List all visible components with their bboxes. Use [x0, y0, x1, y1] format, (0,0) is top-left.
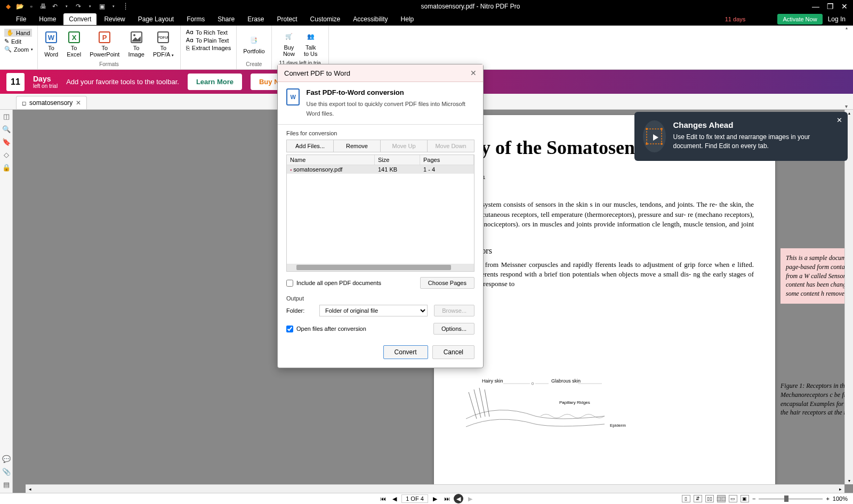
- layers-icon[interactable]: ▤: [2, 480, 11, 489]
- scroll-left-icon[interactable]: ◂: [26, 485, 34, 493]
- menu-home[interactable]: Home: [34, 13, 61, 25]
- next-page-button[interactable]: ▶: [430, 494, 440, 503]
- minimize-button[interactable]: —: [812, 2, 819, 11]
- view-presentation-button[interactable]: ▣: [741, 495, 749, 502]
- close-button[interactable]: ✕: [841, 2, 848, 11]
- svg-point-7: [133, 34, 135, 36]
- menu-file[interactable]: File: [11, 13, 31, 25]
- horizontal-scrollbar[interactable]: ◂ ▸: [26, 484, 844, 493]
- tab-menu-icon[interactable]: ▾: [845, 103, 848, 109]
- col-size-header[interactable]: Size: [375, 155, 420, 165]
- choose-pages-button[interactable]: Choose Pages: [420, 277, 474, 289]
- to-powerpoint-button[interactable]: PToPowerPoint: [87, 30, 122, 59]
- menu-share[interactable]: Share: [212, 13, 240, 25]
- scroll-right-icon[interactable]: ▸: [836, 485, 844, 493]
- view-facing-button[interactable]: ▯▯: [705, 495, 714, 502]
- add-files-button[interactable]: Add Files...: [287, 140, 334, 152]
- login-button[interactable]: Log In: [828, 15, 846, 23]
- view-facing-continuous-button[interactable]: ⬚⬚: [717, 495, 726, 502]
- maximize-button[interactable]: ❐: [827, 2, 834, 11]
- open-after-checkbox[interactable]: Open files after conversion: [286, 326, 366, 332]
- move-down-button: Move Down: [428, 140, 474, 152]
- document-tab[interactable]: ◻ somatosensory ✕: [16, 96, 87, 109]
- ribbon-collapse-icon[interactable]: ▴: [846, 26, 853, 30]
- back-view-button[interactable]: ◀: [454, 494, 463, 503]
- to-rich-text-button[interactable]: AɑTo Rich Text: [186, 29, 228, 36]
- menu-help[interactable]: Help: [396, 13, 420, 25]
- edit-tool[interactable]: ✎Edit: [4, 38, 21, 45]
- menu-review[interactable]: Review: [99, 13, 130, 25]
- extract-images-button[interactable]: ⎘Extract Images: [186, 45, 231, 51]
- security-icon[interactable]: 🔒: [2, 163, 11, 172]
- to-pdfa-button[interactable]: PDF/AToPDF/A ▾: [151, 30, 176, 59]
- page-input[interactable]: [401, 494, 428, 503]
- attachment-icon[interactable]: 📎: [2, 467, 11, 476]
- bookmarks-icon[interactable]: 🔖: [2, 137, 11, 146]
- menu-customize[interactable]: Customize: [305, 13, 346, 25]
- qat-dropdown-icon[interactable]: ▾: [110, 3, 117, 10]
- view-single-button[interactable]: ▯: [682, 495, 690, 502]
- open-icon[interactable]: 📂: [16, 3, 23, 10]
- forward-view-button[interactable]: ▶: [465, 494, 475, 503]
- vertical-scrollbar[interactable]: ▴ ▾: [844, 110, 853, 484]
- convert-button[interactable]: Convert: [383, 345, 428, 359]
- menu-erase[interactable]: Erase: [242, 13, 269, 25]
- portfolio-button[interactable]: 📑Portfolio: [241, 33, 267, 55]
- view-fullscreen-button[interactable]: ▭: [729, 495, 737, 502]
- search-icon[interactable]: 🔍: [2, 125, 11, 133]
- zoom-tool[interactable]: 🔍Zoom ▾: [4, 46, 33, 53]
- first-page-button[interactable]: ⏮: [378, 494, 388, 503]
- print-icon[interactable]: 🖶: [39, 3, 47, 10]
- buy-now-button[interactable]: 🛒BuyNow: [280, 29, 297, 58]
- col-pages-header[interactable]: Pages: [420, 155, 474, 165]
- hand-tool[interactable]: ✋Hand: [4, 29, 32, 37]
- tab-close-button[interactable]: ✕: [76, 99, 81, 107]
- to-word-button[interactable]: WToWord: [42, 30, 60, 59]
- talk-to-us-button[interactable]: 👥Talkto Us: [302, 29, 320, 58]
- zoom-in-button[interactable]: +: [826, 495, 829, 502]
- undo-icon[interactable]: ↶: [51, 3, 59, 10]
- export-icon[interactable]: ▣: [98, 3, 106, 10]
- comment-icon[interactable]: 💬: [2, 454, 11, 463]
- last-page-button[interactable]: ⏭: [442, 494, 452, 503]
- tags-icon[interactable]: ◇: [2, 150, 11, 159]
- pages-panel-icon[interactable]: ◫: [2, 112, 11, 120]
- folder-select[interactable]: Folder of original file: [319, 305, 428, 316]
- scroll-down-icon[interactable]: ▾: [845, 478, 853, 483]
- file-list-scrollbar[interactable]: [287, 264, 474, 271]
- dialog-titlebar[interactable]: Convert PDF to Word ✕: [278, 64, 483, 82]
- zoom-slider[interactable]: [759, 498, 823, 500]
- learn-more-button[interactable]: Learn More: [188, 74, 242, 90]
- zoom-out-button[interactable]: −: [752, 495, 755, 502]
- menu-forms[interactable]: Forms: [181, 13, 210, 25]
- zoom-slider-handle[interactable]: [784, 495, 788, 502]
- redo-icon[interactable]: ↷: [75, 3, 82, 10]
- notification-close-button[interactable]: ✕: [836, 116, 842, 124]
- file-list[interactable]: Name Size Pages ▪ somatosensory.pdf 141 …: [286, 155, 474, 272]
- zoom-label[interactable]: 100%: [833, 495, 848, 502]
- col-name-header[interactable]: Name: [287, 155, 375, 165]
- menu-page-layout[interactable]: Page Layout: [133, 13, 179, 25]
- options-button[interactable]: Options...: [433, 323, 474, 335]
- dialog-close-button[interactable]: ✕: [470, 69, 477, 77]
- menu-accessibility[interactable]: Accessibility: [348, 13, 393, 25]
- extract-icon: ⎘: [186, 45, 190, 51]
- prev-page-button[interactable]: ◀: [390, 494, 399, 503]
- undo-dropdown-icon[interactable]: ▾: [63, 3, 70, 10]
- menu-convert[interactable]: Convert: [63, 13, 96, 25]
- new-icon[interactable]: ▫: [28, 3, 35, 10]
- remove-file-button[interactable]: Remove: [334, 140, 381, 152]
- activate-button[interactable]: Activate Now: [777, 14, 822, 25]
- file-row[interactable]: ▪ somatosensory.pdf 141 KB 1 - 4: [287, 165, 474, 174]
- document-tab-label: somatosensory: [29, 99, 73, 107]
- to-image-button[interactable]: ToImage: [126, 30, 147, 59]
- menu-protect[interactable]: Protect: [272, 13, 303, 25]
- to-plain-text-button[interactable]: AɑTo Plain Text: [186, 37, 229, 44]
- cancel-button[interactable]: Cancel: [432, 345, 474, 359]
- to-excel-button[interactable]: XToExcel: [65, 30, 83, 59]
- view-continuous-button[interactable]: ⇵: [694, 495, 702, 502]
- include-all-input[interactable]: [286, 280, 293, 287]
- redo-dropdown-icon[interactable]: ▾: [86, 3, 94, 10]
- include-all-checkbox[interactable]: Include all open PDF documents: [286, 280, 381, 287]
- open-after-input[interactable]: [286, 326, 293, 332]
